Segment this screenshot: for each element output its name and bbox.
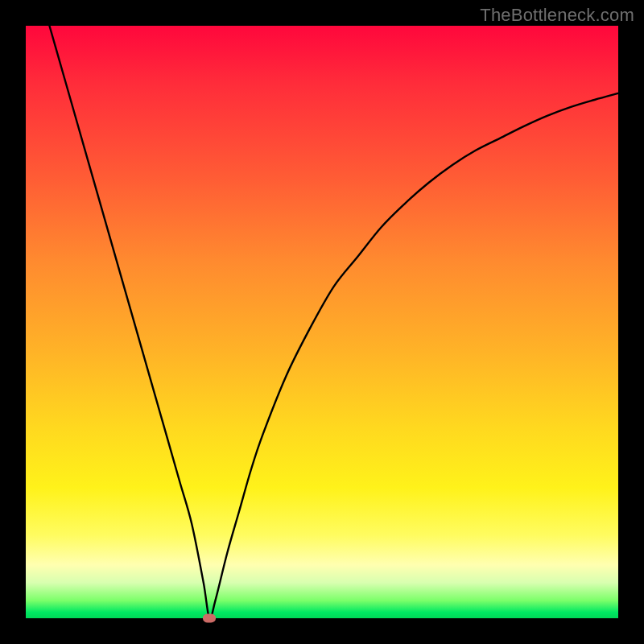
minimum-marker (203, 614, 216, 623)
chart-frame: TheBottleneck.com (0, 0, 644, 644)
bottleneck-curve (49, 26, 618, 619)
watermark-text: TheBottleneck.com (480, 5, 634, 26)
curve-layer (26, 26, 618, 618)
plot-area (26, 26, 618, 618)
